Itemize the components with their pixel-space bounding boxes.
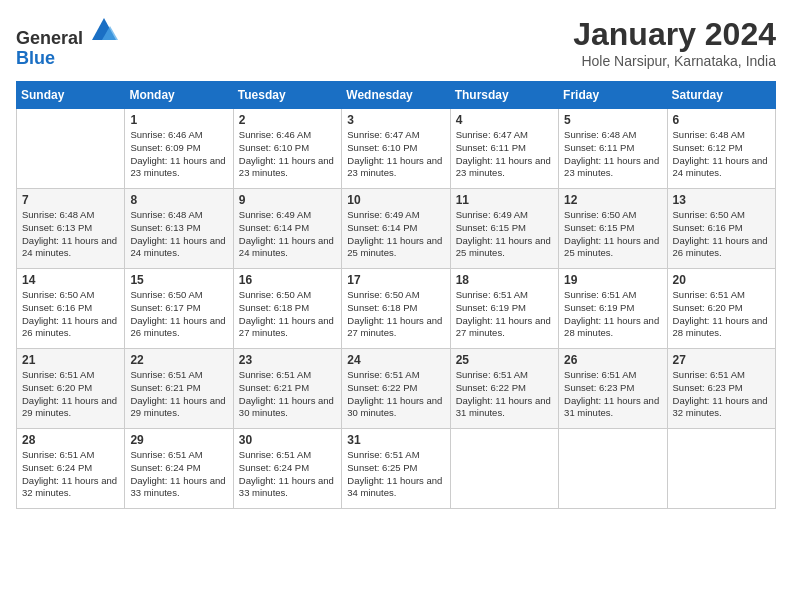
day-detail: Sunrise: 6:48 AM Sunset: 6:11 PM Dayligh…	[564, 129, 661, 180]
day-detail: Sunrise: 6:47 AM Sunset: 6:10 PM Dayligh…	[347, 129, 444, 180]
calendar-cell: 20Sunrise: 6:51 AM Sunset: 6:20 PM Dayli…	[667, 269, 775, 349]
day-number: 26	[564, 353, 661, 367]
calendar-cell: 23Sunrise: 6:51 AM Sunset: 6:21 PM Dayli…	[233, 349, 341, 429]
day-number: 11	[456, 193, 553, 207]
day-detail: Sunrise: 6:51 AM Sunset: 6:24 PM Dayligh…	[22, 449, 119, 500]
weekday-header: Thursday	[450, 82, 558, 109]
logo-general: General	[16, 28, 83, 48]
calendar-cell: 27Sunrise: 6:51 AM Sunset: 6:23 PM Dayli…	[667, 349, 775, 429]
calendar-cell: 28Sunrise: 6:51 AM Sunset: 6:24 PM Dayli…	[17, 429, 125, 509]
day-number: 15	[130, 273, 227, 287]
day-number: 24	[347, 353, 444, 367]
calendar-cell: 1Sunrise: 6:46 AM Sunset: 6:09 PM Daylig…	[125, 109, 233, 189]
calendar-header: SundayMondayTuesdayWednesdayThursdayFrid…	[17, 82, 776, 109]
day-number: 2	[239, 113, 336, 127]
day-number: 21	[22, 353, 119, 367]
calendar-cell: 25Sunrise: 6:51 AM Sunset: 6:22 PM Dayli…	[450, 349, 558, 429]
day-number: 16	[239, 273, 336, 287]
day-number: 14	[22, 273, 119, 287]
calendar-cell: 24Sunrise: 6:51 AM Sunset: 6:22 PM Dayli…	[342, 349, 450, 429]
day-detail: Sunrise: 6:50 AM Sunset: 6:18 PM Dayligh…	[239, 289, 336, 340]
calendar-cell: 21Sunrise: 6:51 AM Sunset: 6:20 PM Dayli…	[17, 349, 125, 429]
calendar-cell	[667, 429, 775, 509]
calendar-cell: 15Sunrise: 6:50 AM Sunset: 6:17 PM Dayli…	[125, 269, 233, 349]
logo: General Blue	[16, 16, 118, 69]
calendar-cell: 6Sunrise: 6:48 AM Sunset: 6:12 PM Daylig…	[667, 109, 775, 189]
calendar-cell: 4Sunrise: 6:47 AM Sunset: 6:11 PM Daylig…	[450, 109, 558, 189]
logo-blue: Blue	[16, 48, 55, 68]
calendar-cell: 12Sunrise: 6:50 AM Sunset: 6:15 PM Dayli…	[559, 189, 667, 269]
calendar-title: January 2024	[573, 16, 776, 53]
weekday-header: Sunday	[17, 82, 125, 109]
day-detail: Sunrise: 6:46 AM Sunset: 6:09 PM Dayligh…	[130, 129, 227, 180]
day-number: 1	[130, 113, 227, 127]
calendar-week-row: 1Sunrise: 6:46 AM Sunset: 6:09 PM Daylig…	[17, 109, 776, 189]
day-number: 6	[673, 113, 770, 127]
day-detail: Sunrise: 6:48 AM Sunset: 6:13 PM Dayligh…	[22, 209, 119, 260]
calendar-cell: 19Sunrise: 6:51 AM Sunset: 6:19 PM Dayli…	[559, 269, 667, 349]
day-number: 31	[347, 433, 444, 447]
logo-text: General Blue	[16, 16, 118, 69]
day-number: 18	[456, 273, 553, 287]
day-detail: Sunrise: 6:47 AM Sunset: 6:11 PM Dayligh…	[456, 129, 553, 180]
calendar-cell: 3Sunrise: 6:47 AM Sunset: 6:10 PM Daylig…	[342, 109, 450, 189]
day-detail: Sunrise: 6:51 AM Sunset: 6:21 PM Dayligh…	[239, 369, 336, 420]
calendar-cell: 5Sunrise: 6:48 AM Sunset: 6:11 PM Daylig…	[559, 109, 667, 189]
day-detail: Sunrise: 6:51 AM Sunset: 6:23 PM Dayligh…	[673, 369, 770, 420]
calendar-cell: 31Sunrise: 6:51 AM Sunset: 6:25 PM Dayli…	[342, 429, 450, 509]
day-detail: Sunrise: 6:50 AM Sunset: 6:16 PM Dayligh…	[22, 289, 119, 340]
calendar-week-row: 14Sunrise: 6:50 AM Sunset: 6:16 PM Dayli…	[17, 269, 776, 349]
day-detail: Sunrise: 6:51 AM Sunset: 6:22 PM Dayligh…	[456, 369, 553, 420]
day-detail: Sunrise: 6:51 AM Sunset: 6:20 PM Dayligh…	[22, 369, 119, 420]
day-number: 29	[130, 433, 227, 447]
day-number: 23	[239, 353, 336, 367]
calendar-week-row: 28Sunrise: 6:51 AM Sunset: 6:24 PM Dayli…	[17, 429, 776, 509]
calendar-cell: 13Sunrise: 6:50 AM Sunset: 6:16 PM Dayli…	[667, 189, 775, 269]
weekday-header: Wednesday	[342, 82, 450, 109]
weekday-header: Friday	[559, 82, 667, 109]
day-detail: Sunrise: 6:46 AM Sunset: 6:10 PM Dayligh…	[239, 129, 336, 180]
day-detail: Sunrise: 6:50 AM Sunset: 6:17 PM Dayligh…	[130, 289, 227, 340]
day-number: 4	[456, 113, 553, 127]
day-number: 27	[673, 353, 770, 367]
day-detail: Sunrise: 6:48 AM Sunset: 6:12 PM Dayligh…	[673, 129, 770, 180]
day-detail: Sunrise: 6:50 AM Sunset: 6:16 PM Dayligh…	[673, 209, 770, 260]
calendar-cell	[450, 429, 558, 509]
day-number: 22	[130, 353, 227, 367]
day-detail: Sunrise: 6:50 AM Sunset: 6:18 PM Dayligh…	[347, 289, 444, 340]
logo-icon	[90, 16, 118, 44]
weekday-row: SundayMondayTuesdayWednesdayThursdayFrid…	[17, 82, 776, 109]
calendar-table: SundayMondayTuesdayWednesdayThursdayFrid…	[16, 81, 776, 509]
day-detail: Sunrise: 6:51 AM Sunset: 6:21 PM Dayligh…	[130, 369, 227, 420]
day-number: 19	[564, 273, 661, 287]
day-detail: Sunrise: 6:51 AM Sunset: 6:20 PM Dayligh…	[673, 289, 770, 340]
calendar-cell: 18Sunrise: 6:51 AM Sunset: 6:19 PM Dayli…	[450, 269, 558, 349]
day-detail: Sunrise: 6:51 AM Sunset: 6:23 PM Dayligh…	[564, 369, 661, 420]
day-detail: Sunrise: 6:51 AM Sunset: 6:22 PM Dayligh…	[347, 369, 444, 420]
day-detail: Sunrise: 6:50 AM Sunset: 6:15 PM Dayligh…	[564, 209, 661, 260]
calendar-body: 1Sunrise: 6:46 AM Sunset: 6:09 PM Daylig…	[17, 109, 776, 509]
day-number: 7	[22, 193, 119, 207]
calendar-cell: 29Sunrise: 6:51 AM Sunset: 6:24 PM Dayli…	[125, 429, 233, 509]
day-number: 9	[239, 193, 336, 207]
calendar-cell: 14Sunrise: 6:50 AM Sunset: 6:16 PM Dayli…	[17, 269, 125, 349]
calendar-cell: 11Sunrise: 6:49 AM Sunset: 6:15 PM Dayli…	[450, 189, 558, 269]
day-number: 25	[456, 353, 553, 367]
weekday-header: Monday	[125, 82, 233, 109]
day-number: 12	[564, 193, 661, 207]
day-detail: Sunrise: 6:51 AM Sunset: 6:24 PM Dayligh…	[239, 449, 336, 500]
calendar-cell: 17Sunrise: 6:50 AM Sunset: 6:18 PM Dayli…	[342, 269, 450, 349]
calendar-cell: 7Sunrise: 6:48 AM Sunset: 6:13 PM Daylig…	[17, 189, 125, 269]
calendar-week-row: 21Sunrise: 6:51 AM Sunset: 6:20 PM Dayli…	[17, 349, 776, 429]
day-detail: Sunrise: 6:49 AM Sunset: 6:14 PM Dayligh…	[347, 209, 444, 260]
day-number: 20	[673, 273, 770, 287]
day-number: 8	[130, 193, 227, 207]
calendar-cell	[559, 429, 667, 509]
day-number: 10	[347, 193, 444, 207]
weekday-header: Tuesday	[233, 82, 341, 109]
day-detail: Sunrise: 6:51 AM Sunset: 6:19 PM Dayligh…	[564, 289, 661, 340]
calendar-cell: 26Sunrise: 6:51 AM Sunset: 6:23 PM Dayli…	[559, 349, 667, 429]
day-detail: Sunrise: 6:51 AM Sunset: 6:19 PM Dayligh…	[456, 289, 553, 340]
title-block: January 2024 Hole Narsipur, Karnataka, I…	[573, 16, 776, 69]
day-number: 30	[239, 433, 336, 447]
